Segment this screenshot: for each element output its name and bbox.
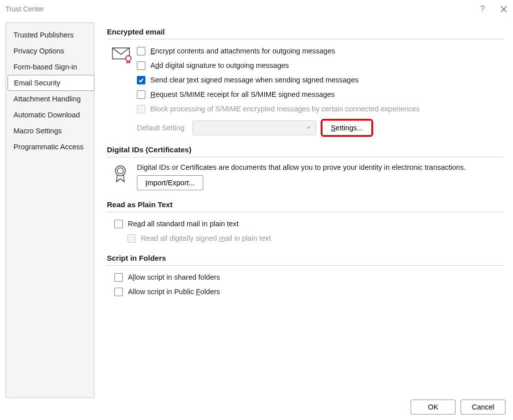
block-processing-row: Block processing of S/MIME encrypted mes… <box>137 103 504 114</box>
clear-text-label: Send clear text signed message when send… <box>150 76 359 84</box>
close-icon[interactable] <box>500 5 508 13</box>
section-title: Encrypted email <box>107 27 504 36</box>
title-bar: Trust Center ? <box>0 0 513 17</box>
section-digital-ids: Digital IDs (Certificates) Digital IDs o… <box>107 145 504 190</box>
ribbon-icon <box>107 163 137 190</box>
import-export-button[interactable]: Import/Export... <box>137 175 203 190</box>
sidebar: Trusted Publishers Privacy Options Form-… <box>5 22 94 398</box>
add-signature-checkbox[interactable] <box>137 61 145 70</box>
block-processing-label: Block processing of S/MIME encrypted mes… <box>150 105 420 113</box>
svg-point-4 <box>115 166 125 176</box>
clear-text-row: Send clear text signed message when send… <box>137 74 504 85</box>
section-title: Read as Plain Text <box>107 200 504 209</box>
section-title: Script in Folders <box>107 254 504 262</box>
script-public-checkbox[interactable] <box>114 288 123 296</box>
add-signature-row: Add digital signature to outgoing messag… <box>137 60 504 71</box>
default-setting-label: Default Setting: <box>137 124 186 132</box>
sidebar-item-attachment-handling[interactable]: Attachment Handling <box>6 91 94 107</box>
encrypt-contents-row: Encrypt contents and attachments for out… <box>137 45 504 56</box>
digital-ids-description: Digital IDs or Certificates are document… <box>137 163 504 171</box>
clear-text-checkbox[interactable] <box>137 76 145 84</box>
request-receipt-label: Request S/MIME receipt for all S/MIME si… <box>150 90 335 98</box>
request-receipt-row: Request S/MIME receipt for all S/MIME si… <box>137 89 504 100</box>
divider <box>107 265 504 266</box>
help-icon[interactable]: ? <box>479 5 487 13</box>
script-shared-checkbox[interactable] <box>114 273 123 282</box>
section-encrypted-email: Encrypted email <box>107 27 504 135</box>
section-plain-text: Read as Plain Text Read all standard mai… <box>107 200 504 244</box>
sidebar-item-macro-settings[interactable]: Macro Settings <box>6 123 94 139</box>
block-processing-checkbox <box>137 105 145 113</box>
script-public-label: Allow script in Public Folders <box>128 288 220 296</box>
divider <box>107 212 504 212</box>
read-signed-label: Read all digitally signed mail in plain … <box>141 234 271 242</box>
ok-button[interactable]: OK <box>411 400 456 415</box>
encrypt-contents-label: Encrypt contents and attachments for out… <box>150 47 335 55</box>
script-public-row: Allow script in Public Folders <box>114 286 504 297</box>
sidebar-item-automatic-download[interactable]: Automatic Download <box>6 107 94 123</box>
svg-point-3 <box>126 56 131 61</box>
encrypt-contents-checkbox[interactable] <box>137 47 145 55</box>
titlebar-controls: ? <box>479 5 508 13</box>
dialog-title: Trust Center <box>5 5 479 13</box>
content-area: Encrypted email <box>94 22 504 395</box>
divider <box>107 39 504 39</box>
section-script-folders: Script in Folders Allow script in shared… <box>107 254 504 297</box>
default-setting-combo[interactable] <box>192 120 316 135</box>
sidebar-item-form-based-sign-in[interactable]: Form-based Sign-in <box>6 59 94 75</box>
sidebar-item-programmatic-access[interactable]: Programmatic Access <box>6 139 94 155</box>
read-standard-label: Read all standard mail in plain text <box>128 220 239 228</box>
script-shared-label: Allow script in shared folders <box>128 273 220 281</box>
section-title: Digital IDs (Certificates) <box>107 145 504 154</box>
settings-button[interactable]: Settings... <box>322 120 371 135</box>
script-shared-row: Allow script in shared folders <box>114 272 504 283</box>
envelope-seal-icon <box>107 45 137 135</box>
sidebar-item-trusted-publishers[interactable]: Trusted Publishers <box>6 27 94 43</box>
dialog-footer: OK Cancel <box>411 400 506 415</box>
trust-center-dialog: Trust Center ? Trusted Publishers Privac… <box>0 0 513 420</box>
add-signature-label: Add digital signature to outgoing messag… <box>150 61 289 69</box>
request-receipt-checkbox[interactable] <box>137 90 145 99</box>
sidebar-item-privacy-options[interactable]: Privacy Options <box>6 43 94 59</box>
divider <box>107 157 504 157</box>
sidebar-item-email-security[interactable]: Email Security <box>7 75 94 91</box>
cancel-button[interactable]: Cancel <box>461 400 506 415</box>
read-signed-row: Read all digitally signed mail in plain … <box>127 233 504 244</box>
svg-point-5 <box>117 168 123 174</box>
default-setting-row: Default Setting: Settings... <box>137 120 504 135</box>
read-standard-row: Read all standard mail in plain text <box>114 218 504 229</box>
read-standard-checkbox[interactable] <box>114 220 123 228</box>
read-signed-checkbox <box>127 234 136 243</box>
